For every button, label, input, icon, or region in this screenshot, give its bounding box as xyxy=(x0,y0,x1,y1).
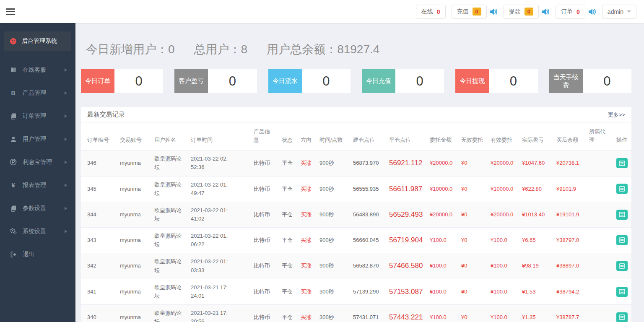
sidebar-item-9[interactable]: 退出 xyxy=(0,243,75,266)
column-header: 建仓点位 xyxy=(350,122,386,151)
cell-open: 56555.935 xyxy=(350,176,386,202)
cell-agent xyxy=(586,228,613,253)
cell-time: 2021-03-21 17:24:01 xyxy=(187,279,250,304)
topbar: 在线0充值0提款0订单0admin xyxy=(0,0,644,23)
cell-invalid: ¥0 xyxy=(458,151,487,176)
speaker-icon[interactable] xyxy=(542,8,550,15)
sidebar-item-label: 产品管理 xyxy=(23,89,65,97)
stat-card-label: 当天手续费 xyxy=(549,69,583,93)
sidebar-item-2[interactable]: B产品管理 xyxy=(0,81,75,104)
topbar-stat-label: 订单 xyxy=(561,8,573,16)
table-row: 341myunma欧皇源码论坛2021-03-21 17:24:01比特币平仓买… xyxy=(81,279,631,304)
cell-action xyxy=(613,176,631,202)
topbar-stat-box[interactable]: 充值0 xyxy=(452,5,487,19)
cell-valid: ¥10000.0 xyxy=(487,176,519,202)
cell-amount: ¥10000.0 xyxy=(426,176,458,202)
column-header: 平仓点位 xyxy=(386,122,426,151)
cell-status: 平仓 xyxy=(278,151,297,176)
latest-trades-panel: 最新交易记录 更多>> 订单编号交易账号用户姓名订单时间产品信息状态方向时间/点… xyxy=(81,107,631,322)
more-link[interactable]: 更多>> xyxy=(608,111,625,119)
cell-invalid: ¥0 xyxy=(458,304,487,322)
sidebar-item-3[interactable]: 订单管理 xyxy=(0,104,75,127)
cell-product: 比特币 xyxy=(250,202,278,227)
cell-product: 比特币 xyxy=(250,253,278,279)
cell-account: myunma xyxy=(117,228,151,253)
layout: 后台管理系统 在线客服B产品管理订单管理用户管理利息宝管理¥报表管理参数设置系统… xyxy=(0,23,644,322)
topbar-stat-box[interactable]: 订单0 xyxy=(556,5,585,19)
table-row: 342myunma欧皇源码论坛2021-03-22 01:03:33比特币平仓买… xyxy=(81,253,631,279)
cell-username: 欧皇源码论坛 xyxy=(151,228,187,253)
cell-open: 57431.071 xyxy=(350,304,386,322)
summary-item: 用户总余额：81927.4 xyxy=(267,42,379,57)
settings-icon xyxy=(10,228,17,235)
cell-username: 欧皇源码论坛 xyxy=(151,151,187,176)
order-time-text: 2021-03-22 01:03:33 xyxy=(191,257,229,274)
cell-duration: 900秒 xyxy=(316,202,350,227)
user-icon xyxy=(10,135,17,143)
column-header: 有效委托 xyxy=(487,122,519,151)
cell-invalid: ¥0 xyxy=(458,253,487,279)
stat-card: 今日提现0 xyxy=(455,69,538,93)
column-header: 操作 xyxy=(613,122,631,151)
cell-invalid: ¥0 xyxy=(458,279,487,304)
sidebar-brand[interactable]: 后台管理系统 xyxy=(4,31,71,51)
sidebar-item-4[interactable]: 用户管理 xyxy=(0,127,75,151)
row-detail-button[interactable] xyxy=(616,184,628,194)
sidebar-item-label: 利息宝管理 xyxy=(23,158,65,166)
chevron-down-icon xyxy=(627,10,631,13)
table-row: 340myunma欧皇源码论坛2021-03-21 17:20:56比特币平仓买… xyxy=(81,304,631,322)
cell-product: 比特币 xyxy=(250,304,278,322)
sidebar-item-7[interactable]: 参数设置 xyxy=(0,197,75,220)
chevron-right-icon xyxy=(65,161,67,164)
cell-direction: 买涨 xyxy=(297,176,316,202)
cell-action xyxy=(613,253,631,279)
cell-duration: 900秒 xyxy=(316,253,350,279)
cell-valid: ¥100.0 xyxy=(487,279,519,304)
chevron-right-icon xyxy=(65,184,67,187)
cell-open: 56873.970 xyxy=(350,151,386,176)
sidebar-item-1[interactable]: 在线客服 xyxy=(0,58,75,81)
stat-card-value: 0 xyxy=(302,69,351,93)
cell-action xyxy=(613,202,631,227)
cell-close: 56529.493 xyxy=(386,202,426,227)
cell-agent xyxy=(586,279,613,304)
column-header: 产品信息 xyxy=(250,122,278,151)
sidebar-item-8[interactable]: 系统设置 xyxy=(0,220,75,243)
cell-duration: 300秒 xyxy=(316,279,350,304)
cell-account: myunma xyxy=(117,151,151,176)
row-detail-button[interactable] xyxy=(616,261,628,271)
chevron-right-icon xyxy=(65,68,67,72)
row-detail-button[interactable] xyxy=(616,235,628,245)
interest-icon xyxy=(10,158,17,166)
hamburger-icon[interactable] xyxy=(6,8,15,15)
cell-order-id: 342 xyxy=(81,253,117,279)
speaker-icon[interactable] xyxy=(490,8,498,15)
cell-balance: ¥38797.0 xyxy=(553,228,586,253)
column-header: 方向 xyxy=(297,122,316,151)
row-detail-button[interactable] xyxy=(616,210,628,220)
cell-profit: ¥98.19 xyxy=(519,253,553,279)
order-time-text: 2021-03-21 17:24:01 xyxy=(191,283,229,300)
cell-balance: ¥38787.7 xyxy=(553,304,586,322)
row-detail-button[interactable] xyxy=(616,287,628,297)
stat-card-value: 0 xyxy=(395,69,444,93)
topbar-stat-box[interactable]: 提款0 xyxy=(504,5,539,19)
speaker-icon[interactable] xyxy=(588,8,596,15)
order-time-text: 2021-03-22 01:06:22 xyxy=(191,232,229,249)
row-detail-button[interactable] xyxy=(616,312,628,322)
row-detail-button[interactable] xyxy=(616,158,628,168)
cell-status: 平仓 xyxy=(278,279,297,304)
chevron-right-icon xyxy=(65,138,67,141)
topbar-stat-box[interactable]: 在线0 xyxy=(416,5,446,19)
cell-username: 欧皇源码论坛 xyxy=(151,304,187,322)
logout-icon xyxy=(10,251,17,258)
admin-dropdown[interactable]: admin xyxy=(602,5,636,19)
cell-order-id: 344 xyxy=(81,202,117,227)
sidebar-item-6[interactable]: ¥报表管理 xyxy=(0,174,75,197)
sidebar-item-5[interactable]: 利息宝管理 xyxy=(0,151,75,174)
cell-username: 欧皇源码论坛 xyxy=(151,202,187,227)
cell-time: 2021-03-21 17:20:56 xyxy=(187,304,250,322)
cell-close: 57443.221 xyxy=(386,304,426,322)
cell-direction: 买涨 xyxy=(297,228,316,253)
cell-direction: 买涨 xyxy=(297,151,316,176)
